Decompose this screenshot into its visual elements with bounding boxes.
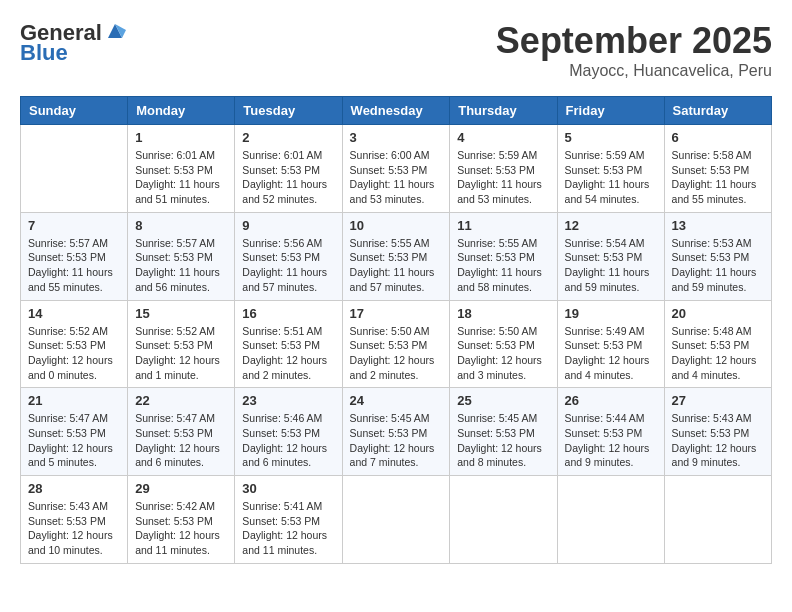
day-info: Sunrise: 5:43 AM Sunset: 5:53 PM Dayligh… bbox=[28, 499, 120, 558]
day-number: 19 bbox=[565, 306, 657, 321]
day-number: 22 bbox=[135, 393, 227, 408]
calendar-week-row: 1Sunrise: 6:01 AM Sunset: 5:53 PM Daylig… bbox=[21, 125, 772, 213]
calendar-cell bbox=[450, 476, 557, 564]
day-number: 28 bbox=[28, 481, 120, 496]
day-info: Sunrise: 5:45 AM Sunset: 5:53 PM Dayligh… bbox=[457, 411, 549, 470]
day-info: Sunrise: 5:53 AM Sunset: 5:53 PM Dayligh… bbox=[672, 236, 764, 295]
day-info: Sunrise: 5:55 AM Sunset: 5:53 PM Dayligh… bbox=[457, 236, 549, 295]
day-number: 24 bbox=[350, 393, 443, 408]
day-info: Sunrise: 5:57 AM Sunset: 5:53 PM Dayligh… bbox=[28, 236, 120, 295]
calendar-cell bbox=[664, 476, 771, 564]
day-number: 29 bbox=[135, 481, 227, 496]
calendar-cell: 7Sunrise: 5:57 AM Sunset: 5:53 PM Daylig… bbox=[21, 212, 128, 300]
day-header-thursday: Thursday bbox=[450, 97, 557, 125]
day-number: 26 bbox=[565, 393, 657, 408]
day-info: Sunrise: 5:50 AM Sunset: 5:53 PM Dayligh… bbox=[350, 324, 443, 383]
day-number: 6 bbox=[672, 130, 764, 145]
calendar-cell: 29Sunrise: 5:42 AM Sunset: 5:53 PM Dayli… bbox=[128, 476, 235, 564]
day-info: Sunrise: 5:58 AM Sunset: 5:53 PM Dayligh… bbox=[672, 148, 764, 207]
calendar-cell: 16Sunrise: 5:51 AM Sunset: 5:53 PM Dayli… bbox=[235, 300, 342, 388]
calendar-cell: 21Sunrise: 5:47 AM Sunset: 5:53 PM Dayli… bbox=[21, 388, 128, 476]
calendar-cell: 22Sunrise: 5:47 AM Sunset: 5:53 PM Dayli… bbox=[128, 388, 235, 476]
day-info: Sunrise: 5:59 AM Sunset: 5:53 PM Dayligh… bbox=[565, 148, 657, 207]
calendar-cell: 5Sunrise: 5:59 AM Sunset: 5:53 PM Daylig… bbox=[557, 125, 664, 213]
day-info: Sunrise: 5:47 AM Sunset: 5:53 PM Dayligh… bbox=[28, 411, 120, 470]
day-number: 20 bbox=[672, 306, 764, 321]
day-info: Sunrise: 5:43 AM Sunset: 5:53 PM Dayligh… bbox=[672, 411, 764, 470]
day-header-tuesday: Tuesday bbox=[235, 97, 342, 125]
calendar-cell: 30Sunrise: 5:41 AM Sunset: 5:53 PM Dayli… bbox=[235, 476, 342, 564]
page-header: General Blue September 2025 Mayocc, Huan… bbox=[20, 20, 772, 80]
day-info: Sunrise: 5:52 AM Sunset: 5:53 PM Dayligh… bbox=[135, 324, 227, 383]
day-info: Sunrise: 6:01 AM Sunset: 5:53 PM Dayligh… bbox=[242, 148, 334, 207]
day-info: Sunrise: 6:00 AM Sunset: 5:53 PM Dayligh… bbox=[350, 148, 443, 207]
day-number: 12 bbox=[565, 218, 657, 233]
day-info: Sunrise: 5:42 AM Sunset: 5:53 PM Dayligh… bbox=[135, 499, 227, 558]
day-number: 17 bbox=[350, 306, 443, 321]
calendar-cell: 24Sunrise: 5:45 AM Sunset: 5:53 PM Dayli… bbox=[342, 388, 450, 476]
day-header-wednesday: Wednesday bbox=[342, 97, 450, 125]
day-info: Sunrise: 5:54 AM Sunset: 5:53 PM Dayligh… bbox=[565, 236, 657, 295]
day-number: 7 bbox=[28, 218, 120, 233]
calendar-cell: 28Sunrise: 5:43 AM Sunset: 5:53 PM Dayli… bbox=[21, 476, 128, 564]
day-number: 1 bbox=[135, 130, 227, 145]
day-number: 30 bbox=[242, 481, 334, 496]
calendar-cell: 15Sunrise: 5:52 AM Sunset: 5:53 PM Dayli… bbox=[128, 300, 235, 388]
calendar-cell bbox=[557, 476, 664, 564]
day-number: 9 bbox=[242, 218, 334, 233]
calendar-cell: 12Sunrise: 5:54 AM Sunset: 5:53 PM Dayli… bbox=[557, 212, 664, 300]
calendar-cell bbox=[21, 125, 128, 213]
day-info: Sunrise: 5:48 AM Sunset: 5:53 PM Dayligh… bbox=[672, 324, 764, 383]
title-block: September 2025 Mayocc, Huancavelica, Per… bbox=[496, 20, 772, 80]
day-number: 16 bbox=[242, 306, 334, 321]
month-title: September 2025 bbox=[496, 20, 772, 62]
day-number: 5 bbox=[565, 130, 657, 145]
calendar-cell: 23Sunrise: 5:46 AM Sunset: 5:53 PM Dayli… bbox=[235, 388, 342, 476]
calendar-cell: 26Sunrise: 5:44 AM Sunset: 5:53 PM Dayli… bbox=[557, 388, 664, 476]
day-info: Sunrise: 5:45 AM Sunset: 5:53 PM Dayligh… bbox=[350, 411, 443, 470]
day-info: Sunrise: 5:52 AM Sunset: 5:53 PM Dayligh… bbox=[28, 324, 120, 383]
day-number: 23 bbox=[242, 393, 334, 408]
calendar-week-row: 28Sunrise: 5:43 AM Sunset: 5:53 PM Dayli… bbox=[21, 476, 772, 564]
calendar-table: SundayMondayTuesdayWednesdayThursdayFrid… bbox=[20, 96, 772, 564]
day-header-monday: Monday bbox=[128, 97, 235, 125]
calendar-cell: 18Sunrise: 5:50 AM Sunset: 5:53 PM Dayli… bbox=[450, 300, 557, 388]
day-info: Sunrise: 5:47 AM Sunset: 5:53 PM Dayligh… bbox=[135, 411, 227, 470]
day-info: Sunrise: 5:41 AM Sunset: 5:53 PM Dayligh… bbox=[242, 499, 334, 558]
day-number: 8 bbox=[135, 218, 227, 233]
calendar-week-row: 21Sunrise: 5:47 AM Sunset: 5:53 PM Dayli… bbox=[21, 388, 772, 476]
day-number: 3 bbox=[350, 130, 443, 145]
day-number: 18 bbox=[457, 306, 549, 321]
calendar-cell: 13Sunrise: 5:53 AM Sunset: 5:53 PM Dayli… bbox=[664, 212, 771, 300]
location-subtitle: Mayocc, Huancavelica, Peru bbox=[496, 62, 772, 80]
logo-icon bbox=[104, 20, 126, 42]
day-header-saturday: Saturday bbox=[664, 97, 771, 125]
calendar-header-row: SundayMondayTuesdayWednesdayThursdayFrid… bbox=[21, 97, 772, 125]
day-number: 10 bbox=[350, 218, 443, 233]
day-number: 15 bbox=[135, 306, 227, 321]
day-number: 13 bbox=[672, 218, 764, 233]
calendar-cell: 17Sunrise: 5:50 AM Sunset: 5:53 PM Dayli… bbox=[342, 300, 450, 388]
day-info: Sunrise: 5:49 AM Sunset: 5:53 PM Dayligh… bbox=[565, 324, 657, 383]
day-header-sunday: Sunday bbox=[21, 97, 128, 125]
calendar-cell: 9Sunrise: 5:56 AM Sunset: 5:53 PM Daylig… bbox=[235, 212, 342, 300]
day-number: 2 bbox=[242, 130, 334, 145]
calendar-cell bbox=[342, 476, 450, 564]
day-header-friday: Friday bbox=[557, 97, 664, 125]
calendar-week-row: 14Sunrise: 5:52 AM Sunset: 5:53 PM Dayli… bbox=[21, 300, 772, 388]
day-info: Sunrise: 5:46 AM Sunset: 5:53 PM Dayligh… bbox=[242, 411, 334, 470]
day-number: 27 bbox=[672, 393, 764, 408]
logo: General Blue bbox=[20, 20, 126, 66]
day-info: Sunrise: 5:50 AM Sunset: 5:53 PM Dayligh… bbox=[457, 324, 549, 383]
day-info: Sunrise: 5:44 AM Sunset: 5:53 PM Dayligh… bbox=[565, 411, 657, 470]
day-number: 4 bbox=[457, 130, 549, 145]
day-info: Sunrise: 5:56 AM Sunset: 5:53 PM Dayligh… bbox=[242, 236, 334, 295]
day-number: 21 bbox=[28, 393, 120, 408]
calendar-cell: 2Sunrise: 6:01 AM Sunset: 5:53 PM Daylig… bbox=[235, 125, 342, 213]
calendar-cell: 27Sunrise: 5:43 AM Sunset: 5:53 PM Dayli… bbox=[664, 388, 771, 476]
day-number: 14 bbox=[28, 306, 120, 321]
day-info: Sunrise: 5:57 AM Sunset: 5:53 PM Dayligh… bbox=[135, 236, 227, 295]
calendar-cell: 11Sunrise: 5:55 AM Sunset: 5:53 PM Dayli… bbox=[450, 212, 557, 300]
calendar-cell: 3Sunrise: 6:00 AM Sunset: 5:53 PM Daylig… bbox=[342, 125, 450, 213]
calendar-cell: 10Sunrise: 5:55 AM Sunset: 5:53 PM Dayli… bbox=[342, 212, 450, 300]
